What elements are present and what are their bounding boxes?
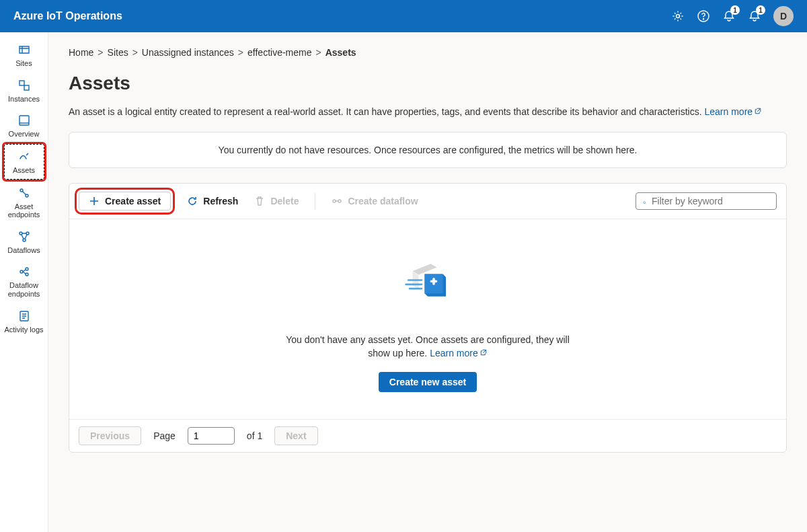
delete-icon bbox=[254, 196, 265, 206]
nav-label: Instances bbox=[8, 95, 40, 104]
empty-text: You don't have any assets yet. Once asse… bbox=[280, 334, 576, 360]
dataflow-icon bbox=[332, 196, 342, 206]
svg-rect-3 bbox=[20, 81, 24, 85]
svg-point-6 bbox=[20, 189, 23, 192]
info-card: You currently do not have resources. Onc… bbox=[69, 132, 787, 168]
nav-dataflow-endpoints[interactable]: Dataflow endpoints bbox=[4, 260, 44, 302]
empty-learn-more-link[interactable]: Learn more bbox=[430, 348, 488, 358]
previous-button: Previous bbox=[79, 426, 141, 445]
svg-point-2 bbox=[703, 19, 703, 20]
svg-point-8 bbox=[20, 232, 22, 235]
sites-icon bbox=[17, 43, 31, 56]
notification-badge: 1 bbox=[730, 5, 740, 15]
nav-label: Overview bbox=[9, 130, 40, 139]
svg-point-7 bbox=[26, 194, 28, 197]
svg-point-13 bbox=[26, 273, 28, 276]
svg-point-10 bbox=[23, 239, 26, 241]
delete-button: Delete bbox=[254, 196, 299, 206]
top-bar: Azure IoT Operations 1 1 D bbox=[0, 0, 807, 32]
create-dataflow-button: Create dataflow bbox=[332, 196, 418, 206]
empty-state: You don't have any assets yet. Once asse… bbox=[69, 219, 786, 419]
page-input[interactable] bbox=[188, 427, 235, 445]
svg-rect-5 bbox=[20, 116, 29, 125]
nav-sites[interactable]: Sites bbox=[4, 38, 44, 72]
app-title: Azure IoT Operations bbox=[13, 10, 122, 22]
nav-label: Assets bbox=[13, 166, 35, 175]
instances-icon bbox=[17, 79, 31, 92]
breadcrumb-current: Assets bbox=[325, 47, 356, 58]
breadcrumb-instance[interactable]: effective-meme bbox=[247, 47, 311, 58]
assets-panel: Create asset Refresh Delete Create dataf… bbox=[69, 183, 787, 453]
svg-point-0 bbox=[677, 15, 680, 18]
nav-dataflows[interactable]: Dataflows bbox=[4, 225, 44, 259]
asset-endpoints-icon bbox=[17, 186, 31, 200]
create-new-asset-button[interactable]: Create new asset bbox=[379, 372, 477, 392]
avatar[interactable]: D bbox=[773, 6, 794, 26]
pager: Previous Page of 1 Next bbox=[69, 419, 786, 452]
toolbar: Create asset Refresh Delete Create dataf… bbox=[69, 184, 786, 219]
svg-point-9 bbox=[26, 232, 29, 235]
side-nav: Sites Instances Overview Assets Asset en… bbox=[0, 32, 48, 532]
nav-label: Dataflow endpoints bbox=[4, 281, 44, 298]
dataflows-icon bbox=[17, 230, 31, 243]
notifications-icon-1[interactable]: 1 bbox=[722, 9, 736, 23]
assets-icon bbox=[17, 150, 31, 163]
nav-activity-logs[interactable]: Activity logs bbox=[4, 304, 44, 338]
filter-input[interactable] bbox=[652, 196, 769, 206]
breadcrumb-unassigned[interactable]: Unassigned instances bbox=[142, 47, 234, 58]
search-icon bbox=[643, 196, 646, 206]
svg-point-15 bbox=[333, 200, 336, 202]
svg-point-11 bbox=[20, 270, 23, 273]
page-title: Assets bbox=[69, 73, 787, 94]
next-button: Next bbox=[274, 426, 317, 445]
svg-point-17 bbox=[644, 202, 646, 204]
empty-illustration bbox=[397, 253, 458, 313]
nav-asset-endpoints[interactable]: Asset endpoints bbox=[4, 181, 44, 223]
page-of-label: of 1 bbox=[247, 430, 262, 441]
breadcrumb: Home > Sites > Unassigned instances > ef… bbox=[69, 47, 787, 58]
nav-overview[interactable]: Overview bbox=[4, 108, 44, 143]
page-label: Page bbox=[153, 430, 176, 441]
dataflow-endpoints-icon bbox=[17, 265, 31, 278]
learn-more-link[interactable]: Learn more bbox=[705, 106, 763, 117]
create-asset-button[interactable]: Create asset bbox=[79, 192, 171, 211]
notifications-icon-2[interactable]: 1 bbox=[748, 9, 761, 23]
nav-instances[interactable]: Instances bbox=[4, 73, 44, 108]
breadcrumb-home[interactable]: Home bbox=[69, 47, 93, 58]
svg-point-12 bbox=[26, 268, 28, 270]
nav-label: Sites bbox=[15, 59, 32, 68]
nav-label: Dataflows bbox=[7, 246, 40, 255]
toolbar-separator bbox=[315, 193, 315, 209]
overview-icon bbox=[17, 114, 31, 127]
svg-point-16 bbox=[338, 200, 341, 202]
refresh-button[interactable]: Refresh bbox=[187, 196, 238, 206]
plus-icon bbox=[89, 196, 100, 206]
nav-label: Asset endpoints bbox=[4, 202, 44, 219]
filter-search[interactable] bbox=[636, 192, 777, 210]
gear-icon[interactable] bbox=[671, 9, 685, 23]
activity-logs-icon bbox=[17, 309, 31, 323]
notification-badge: 1 bbox=[756, 5, 765, 15]
refresh-icon bbox=[187, 196, 198, 206]
breadcrumb-sites[interactable]: Sites bbox=[108, 47, 128, 58]
top-bar-actions: 1 1 D bbox=[671, 6, 794, 26]
svg-rect-4 bbox=[24, 85, 29, 90]
nav-label: Activity logs bbox=[4, 326, 43, 334]
help-icon[interactable] bbox=[697, 9, 710, 23]
main-content: Home > Sites > Unassigned instances > ef… bbox=[48, 32, 807, 532]
nav-assets[interactable]: Assets bbox=[4, 144, 44, 180]
page-subtext: An asset is a logical entity created to … bbox=[69, 106, 787, 117]
